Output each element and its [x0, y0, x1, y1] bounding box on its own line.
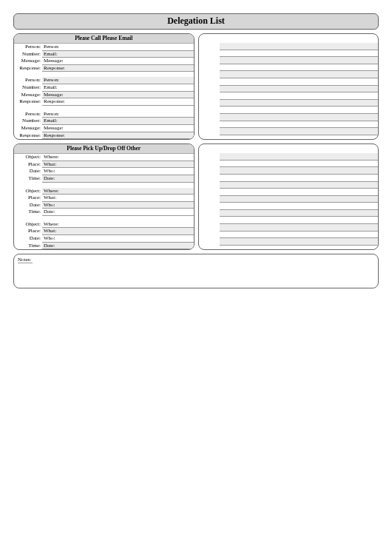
- field-line[interactable]: [220, 167, 379, 175]
- field-line[interactable]: [70, 161, 194, 169]
- label-email: Email:: [42, 118, 70, 125]
- label-object: Object:: [14, 188, 42, 195]
- label-where: Where:: [42, 221, 70, 229]
- panel-pickup-dropoff: Please Pick Up/Drop Off Other Object:Whe…: [13, 143, 195, 250]
- label-place: Place:: [14, 195, 42, 202]
- field-line[interactable]: [70, 175, 194, 183]
- form-grid: Please Call Please Email Person:Person: …: [13, 33, 379, 250]
- label-object: Object:: [14, 221, 42, 229]
- label-date: Date:: [14, 202, 42, 209]
- field-line[interactable]: [220, 107, 379, 114]
- label-response: Response:: [14, 65, 42, 72]
- field-line[interactable]: [70, 92, 194, 99]
- field-line[interactable]: [220, 238, 379, 246]
- label-time: Time:: [14, 175, 42, 183]
- field-line[interactable]: [70, 98, 194, 106]
- label-what: What:: [42, 228, 70, 235]
- field-line[interactable]: [220, 64, 379, 72]
- field-line[interactable]: [220, 153, 379, 161]
- field-line[interactable]: [70, 154, 194, 161]
- field-line[interactable]: [220, 114, 379, 121]
- field-line[interactable]: [70, 84, 194, 92]
- field-line[interactable]: [220, 71, 379, 78]
- field-line[interactable]: [70, 44, 194, 51]
- label-what: What:: [42, 161, 70, 169]
- field-line[interactable]: [70, 132, 194, 140]
- field-line[interactable]: [70, 188, 194, 195]
- label-message2: Message:: [42, 125, 70, 132]
- field-line[interactable]: [70, 209, 194, 216]
- label-email: Email:: [42, 84, 70, 92]
- label-email: Email:: [42, 51, 70, 58]
- label-response: Response:: [14, 98, 42, 106]
- field-line[interactable]: [220, 175, 379, 182]
- field-line[interactable]: [70, 125, 194, 132]
- page-title: Delegation List: [13, 13, 379, 30]
- label-number: Number:: [14, 118, 42, 125]
- label-date: Date:: [14, 235, 42, 243]
- field-line[interactable]: [70, 243, 194, 250]
- field-line[interactable]: [70, 51, 194, 58]
- field-line[interactable]: [220, 224, 379, 232]
- label-message: Message:: [14, 58, 42, 65]
- field-line[interactable]: [70, 228, 194, 235]
- label-place: Place:: [14, 228, 42, 235]
- label-person2: Person:: [42, 77, 70, 84]
- field-line[interactable]: [220, 203, 379, 210]
- label-time: Time:: [14, 209, 42, 216]
- label-date: Date:: [14, 168, 42, 175]
- field-line[interactable]: [220, 50, 379, 58]
- label-date2: Date:: [42, 243, 70, 250]
- label-date2: Date:: [42, 209, 70, 216]
- label-who: Who:: [42, 168, 70, 175]
- label-person2: Person:: [42, 44, 70, 51]
- label-where: Where:: [42, 188, 70, 195]
- label-response: Response:: [14, 132, 42, 140]
- label-place: Place:: [14, 161, 42, 169]
- field-line[interactable]: [70, 58, 194, 65]
- label-number: Number:: [14, 84, 42, 92]
- panel-lined-bottom: [198, 143, 379, 250]
- field-line[interactable]: [70, 118, 194, 125]
- field-line[interactable]: [70, 235, 194, 243]
- field-line[interactable]: [220, 128, 379, 135]
- label-person: Person:: [14, 111, 42, 118]
- label-person2: Person:: [42, 111, 70, 118]
- field-line[interactable]: [220, 210, 379, 217]
- label-who: Who:: [42, 235, 70, 243]
- label-time: Time:: [14, 243, 42, 250]
- label-object: Object:: [14, 154, 42, 161]
- field-line[interactable]: [220, 57, 379, 64]
- field-line[interactable]: [220, 196, 379, 203]
- label-what: What:: [42, 195, 70, 202]
- label-response2: Response:: [42, 98, 70, 106]
- label-message: Message:: [14, 125, 42, 132]
- label-date2: Date:: [42, 175, 70, 183]
- panel-pickup-heading: Please Pick Up/Drop Off Other: [14, 144, 194, 154]
- panel-lined-top: [198, 33, 379, 140]
- field-line[interactable]: [220, 161, 379, 168]
- label-who: Who:: [42, 202, 70, 209]
- field-line[interactable]: [70, 202, 194, 209]
- field-line[interactable]: [70, 221, 194, 229]
- field-line[interactable]: [220, 43, 379, 50]
- field-line[interactable]: [220, 232, 379, 239]
- field-line[interactable]: [220, 189, 379, 196]
- label-message2: Message:: [42, 58, 70, 65]
- field-line[interactable]: [70, 65, 194, 72]
- field-line[interactable]: [220, 100, 379, 107]
- field-line[interactable]: [70, 111, 194, 118]
- notes-box[interactable]: Notes:: [13, 254, 379, 288]
- field-line[interactable]: [70, 77, 194, 84]
- label-person: Person:: [14, 44, 42, 51]
- field-line[interactable]: [70, 195, 194, 202]
- field-line[interactable]: [220, 78, 379, 86]
- field-line[interactable]: [220, 121, 379, 129]
- field-line[interactable]: [70, 168, 194, 175]
- field-line[interactable]: [220, 92, 379, 100]
- panel-call-email-heading: Please Call Please Email: [14, 34, 194, 44]
- field-line[interactable]: [220, 86, 379, 93]
- label-message: Message:: [14, 92, 42, 99]
- field-line[interactable]: [220, 182, 379, 189]
- field-line[interactable]: [220, 217, 379, 224]
